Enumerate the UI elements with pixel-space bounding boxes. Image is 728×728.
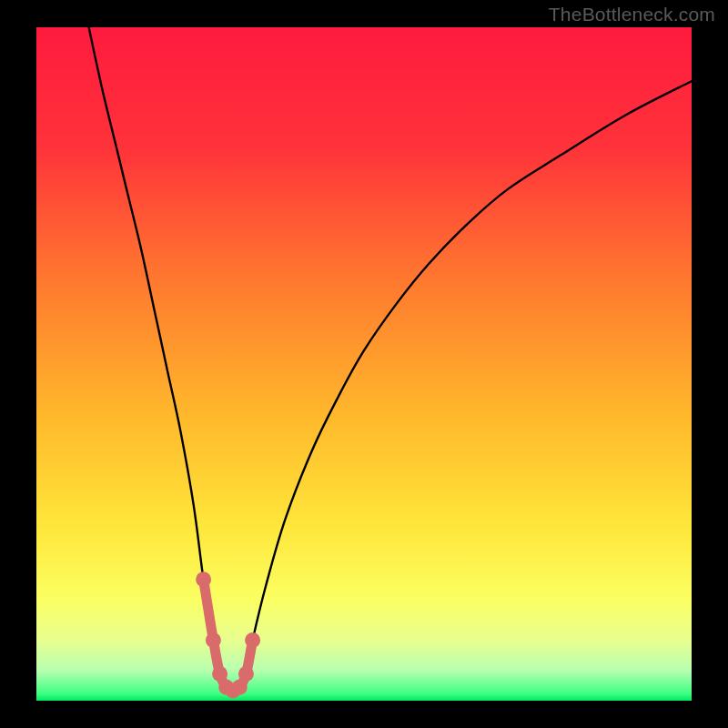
plot-area [36,27,692,701]
highlight-point [196,571,211,587]
watermark-text: TheBottleneck.com [549,4,715,25]
highlight-point [206,632,221,648]
highlight-point [238,666,254,682]
highlight-point [245,632,260,648]
bottleneck-chart [36,27,692,701]
gradient-background [36,27,692,701]
highlight-point [212,666,228,682]
chart-frame: TheBottleneck.com [0,0,728,728]
highlight-point [232,680,248,695]
